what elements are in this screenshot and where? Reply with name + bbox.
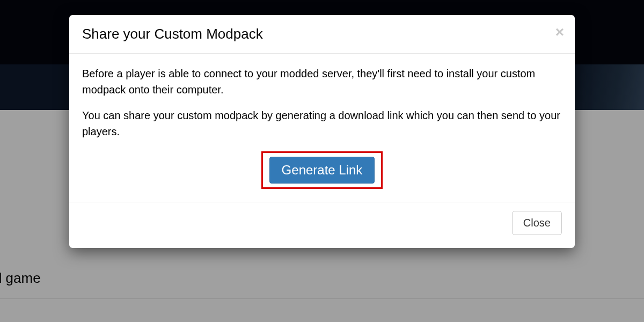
modal-title: Share your Custom Modpack <box>82 26 562 42</box>
highlight-annotation-box: Generate Link <box>261 151 383 189</box>
generate-button-wrap: Generate Link <box>82 151 562 189</box>
modal-header: Share your Custom Modpack × <box>69 15 575 54</box>
modal-body: Before a player is able to connect to yo… <box>69 54 575 202</box>
close-button[interactable]: Close <box>512 211 562 235</box>
close-icon[interactable]: × <box>555 25 564 40</box>
modal-body-paragraph: Before a player is able to connect to yo… <box>82 65 562 98</box>
modal-body-paragraph: You can share your custom modpack by gen… <box>82 107 562 140</box>
share-modpack-modal: Share your Custom Modpack × Before a pla… <box>69 15 575 248</box>
modal-footer: Close <box>69 202 575 248</box>
generate-link-button[interactable]: Generate Link <box>269 157 375 184</box>
